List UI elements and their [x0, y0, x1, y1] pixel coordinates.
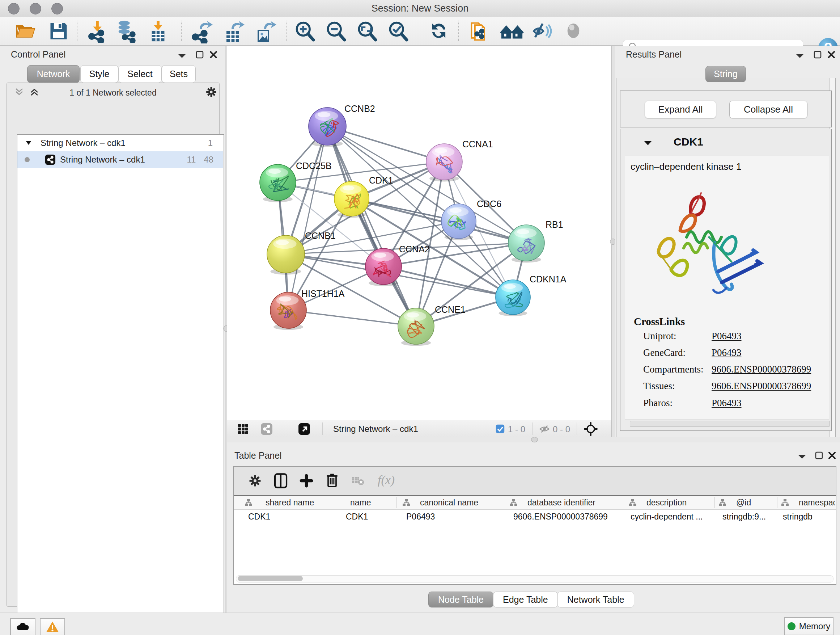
table-panel-menu-icon[interactable] — [797, 453, 807, 460]
table-cell[interactable]: CDK1 — [346, 509, 368, 524]
table-cell[interactable]: CDK1 — [248, 509, 270, 524]
expand-all-button[interactable]: Expand All — [645, 101, 716, 119]
node-CDC6[interactable] — [441, 204, 476, 240]
crosslink-link[interactable]: P06493 — [712, 397, 742, 409]
collection-expand-icon[interactable] — [25, 141, 32, 146]
home-networks-icon[interactable] — [500, 20, 522, 42]
tab-select[interactable]: Select — [118, 65, 162, 83]
gene-card-hscrollbar[interactable] — [630, 421, 830, 427]
column-header-namespace[interactable]: namespace — [799, 496, 835, 509]
table-panel-close-icon[interactable] — [828, 451, 836, 460]
column-header-shared-name[interactable]: shared name — [265, 496, 338, 509]
tab-style[interactable]: Style — [80, 65, 118, 83]
export-network-icon[interactable] — [191, 20, 213, 42]
node-CDKN1A[interactable] — [496, 280, 531, 316]
open-session-icon[interactable] — [14, 20, 36, 42]
network-collection-row[interactable]: String Network – cdk1 1 — [17, 135, 223, 151]
node-HIST1H1A[interactable] — [270, 292, 306, 330]
zoom-selected-icon[interactable] — [387, 20, 409, 42]
crosslink-link[interactable]: 9606.ENSP00000378699 — [712, 364, 811, 375]
node-CDC25B[interactable] — [260, 165, 296, 203]
hidden-eye-icon[interactable] — [539, 424, 550, 434]
tab-network[interactable]: Network — [27, 65, 80, 83]
table-cell[interactable]: cyclin-dependent ... — [630, 509, 703, 524]
results-panel-menu-icon[interactable] — [795, 52, 805, 59]
column-divider[interactable] — [777, 497, 777, 508]
column-divider[interactable] — [714, 497, 715, 508]
node-CCNB1[interactable] — [267, 235, 305, 275]
control-panel-float-icon[interactable] — [195, 50, 204, 59]
open-in-new-icon[interactable] — [298, 423, 310, 435]
zoom-fit-icon[interactable] — [356, 20, 378, 42]
tab-sets[interactable]: Sets — [162, 65, 196, 83]
export-image-icon[interactable] — [254, 20, 276, 42]
gene-collapse-icon[interactable] — [643, 139, 653, 147]
zoom-out-icon[interactable] — [325, 20, 347, 42]
table-hscrollbar-thumb[interactable] — [238, 576, 303, 581]
table-header-row[interactable]: shared namenamecanonical namedatabase id… — [234, 495, 836, 510]
network-options-gear-icon[interactable] — [205, 86, 218, 98]
table-hscrollbar[interactable] — [236, 575, 834, 583]
crosslink-label: Uniprot: — [643, 331, 676, 342]
tab-network-table[interactable]: Network Table — [557, 592, 634, 608]
column-divider[interactable] — [396, 497, 397, 508]
node-CCNA1[interactable] — [426, 144, 462, 182]
table-cell[interactable]: P06493 — [406, 509, 435, 524]
node-CDK1[interactable] — [334, 181, 369, 218]
column-header-database-identifier[interactable]: database identifier — [527, 496, 622, 509]
column-divider[interactable] — [625, 497, 625, 508]
network-view[interactable]: CCNB2CCNA1CDC25BCDK1CDC6RB1CCNB1CCNA2CDK… — [227, 46, 611, 437]
delete-table-icon[interactable] — [352, 476, 365, 486]
crosslink-link[interactable]: P06493 — [712, 347, 742, 358]
column-header-name[interactable]: name — [350, 496, 394, 509]
column-divider[interactable] — [506, 497, 506, 508]
import-database-icon[interactable] — [115, 20, 137, 42]
crosshair-icon[interactable] — [584, 422, 598, 436]
crosslink-link[interactable]: 9606.ENSP00000378699 — [712, 380, 811, 392]
results-panel-float-icon[interactable] — [813, 50, 822, 59]
tab-node-table[interactable]: Node Table — [428, 592, 493, 608]
column-header-canonical-name[interactable]: canonical name — [420, 496, 504, 509]
delete-column-icon[interactable] — [325, 472, 339, 488]
cloud-button[interactable] — [10, 618, 35, 635]
memory-status-dot — [788, 622, 796, 630]
birdseye-share-icon[interactable] — [261, 423, 273, 435]
refresh-icon[interactable] — [428, 20, 450, 42]
hide-eye-icon[interactable] — [532, 20, 554, 42]
network-row-selected[interactable]: String Network – cdk1 11 48 — [17, 151, 223, 168]
add-column-icon[interactable] — [300, 474, 313, 488]
node-CCNE1[interactable] — [398, 308, 434, 346]
function-builder-icon[interactable]: f(x) — [378, 473, 395, 487]
tab-string[interactable]: String — [706, 66, 746, 82]
show-columns-icon[interactable] — [273, 473, 288, 488]
import-table-icon[interactable] — [147, 20, 169, 42]
memory-button[interactable]: Memory — [784, 617, 834, 635]
eye-icon[interactable] — [563, 20, 584, 42]
table-cell[interactable]: 9606.ENSP00000378699 — [513, 509, 608, 524]
table-cell[interactable]: stringdb — [783, 509, 813, 524]
column-header-description[interactable]: description — [646, 496, 712, 509]
control-panel-menu-icon[interactable] — [177, 52, 187, 59]
zoom-in-icon[interactable] — [294, 20, 316, 42]
tab-edge-table[interactable]: Edge Table — [493, 592, 558, 608]
control-panel-close-icon[interactable] — [209, 50, 218, 59]
column-header-id[interactable]: @id — [736, 496, 775, 509]
table-gear-icon[interactable] — [248, 474, 262, 488]
export-table-icon[interactable] — [223, 20, 245, 42]
table-cell[interactable]: stringdb:9... — [722, 509, 766, 524]
table-panel-float-icon[interactable] — [815, 451, 823, 460]
network-canvas[interactable]: CCNB2CCNA1CDC25BCDK1CDC6RB1CCNB1CCNA2CDK… — [227, 46, 611, 420]
splitter-handle[interactable] — [531, 437, 538, 442]
grid-view-icon[interactable] — [237, 423, 249, 435]
warning-button[interactable] — [40, 618, 65, 635]
collapse-all-button[interactable]: Collapse All — [729, 101, 807, 119]
column-type-icon — [781, 496, 789, 509]
node-RB1[interactable] — [508, 225, 545, 263]
horizontal-splitter[interactable] — [227, 437, 840, 442]
crosslink-link[interactable]: P06493 — [712, 331, 742, 342]
save-session-icon[interactable] — [48, 20, 69, 42]
import-network-icon[interactable] — [86, 20, 108, 42]
results-panel-close-icon[interactable] — [827, 50, 836, 59]
share-document-icon[interactable] — [469, 20, 491, 42]
selected-checkbox-icon[interactable] — [496, 424, 505, 433]
